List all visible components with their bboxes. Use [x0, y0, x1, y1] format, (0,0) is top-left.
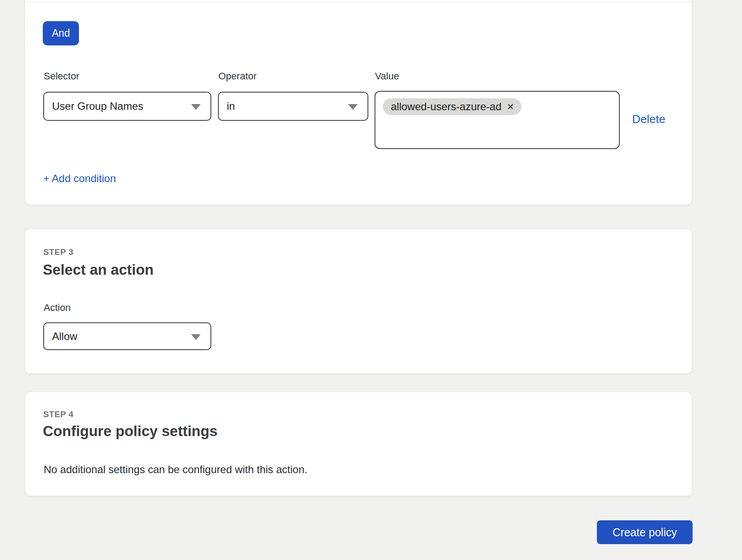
value-multiselect-input[interactable]: allowed-users-azure-ad ✕	[375, 91, 620, 149]
condition-builder-card: And Selector Operator Value User Group N…	[25, 0, 692, 205]
operator-dropdown-value: in	[227, 100, 235, 112]
operator-column-label: Operator	[218, 70, 257, 83]
step4-description: No additional settings can be configured…	[44, 463, 307, 477]
action-field-label: Action	[44, 302, 71, 314]
chevron-down-icon	[191, 104, 201, 110]
create-policy-button[interactable]: Create policy	[597, 520, 693, 544]
action-dropdown-value: Allow	[52, 330, 77, 343]
value-tag-label: allowed-users-azure-ad	[391, 101, 502, 113]
delete-condition-link[interactable]: Delete	[632, 112, 665, 126]
selector-column-label: Selector	[44, 70, 79, 83]
step3-title: Select an action	[43, 261, 154, 278]
operator-dropdown[interactable]: in	[218, 92, 368, 121]
step4-card: STEP 4 Configure policy settings No addi…	[25, 392, 692, 496]
card-divider	[25, 2, 692, 2]
step3-eyebrow: STEP 3	[43, 247, 74, 257]
action-dropdown[interactable]: Allow	[43, 322, 211, 350]
selector-dropdown-value: User Group Names	[52, 100, 143, 112]
chevron-down-icon	[348, 104, 358, 110]
add-condition-link[interactable]: + Add condition	[43, 172, 116, 185]
step3-card: STEP 3 Select an action Action Allow	[25, 228, 692, 374]
and-connector-button[interactable]: And	[43, 21, 79, 45]
value-tag: allowed-users-azure-ad ✕	[383, 98, 521, 115]
value-column-label: Value	[375, 70, 399, 83]
step4-eyebrow: STEP 4	[43, 410, 74, 419]
chevron-down-icon	[191, 334, 201, 340]
step4-title: Configure policy settings	[43, 423, 217, 440]
policy-builder-page: And Selector Operator Value User Group N…	[0, 0, 742, 560]
remove-tag-icon[interactable]: ✕	[507, 102, 514, 111]
selector-dropdown[interactable]: User Group Names	[43, 92, 211, 121]
